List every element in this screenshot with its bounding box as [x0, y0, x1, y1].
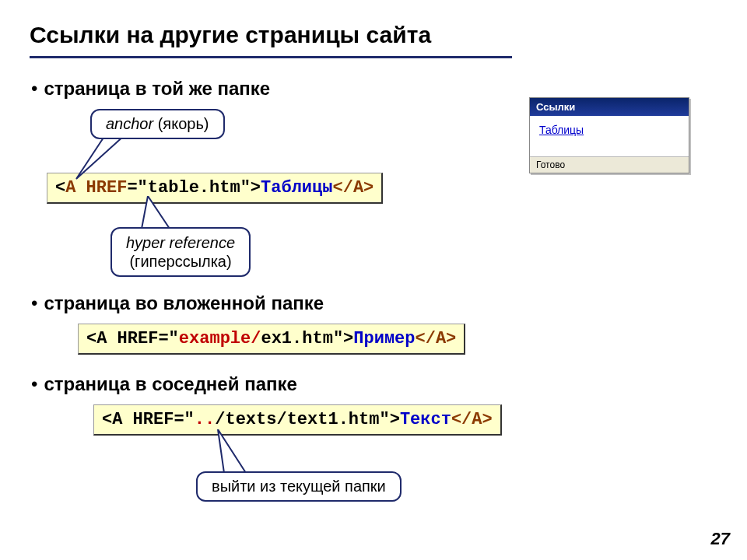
bullet-subfolder: страница во вложенной папке — [31, 292, 324, 314]
code-example-2: <A HREF="example/ex1.htm">Пример</A> — [78, 324, 465, 355]
callout-href-pointer — [131, 196, 193, 230]
callout-href-term: hyper reference — [126, 233, 235, 252]
callout-anchor-term: anchor — [106, 115, 153, 132]
bullet-sibling-folder: страница в соседней папке — [31, 373, 297, 395]
page-title: Ссылки на другие страницы сайта — [30, 22, 431, 48]
callout-href: hyper reference (гиперссылка) — [110, 227, 251, 277]
callout-updir-text: выйти из текущей папки — [212, 478, 386, 495]
svg-marker-1 — [142, 196, 170, 229]
window-statusbar: Готово — [530, 156, 689, 173]
bullet-same-folder: страница в той же папке — [31, 78, 270, 100]
window-titlebar: Ссылки — [530, 98, 689, 116]
svg-marker-2 — [218, 429, 246, 473]
window-link-tables[interactable]: Таблицы — [539, 124, 584, 136]
callout-updir: выйти из текущей папки — [196, 471, 402, 502]
callout-anchor: anchor (якорь) — [90, 109, 225, 139]
callout-anchor-pointer — [62, 134, 140, 188]
svg-marker-0 — [76, 135, 124, 179]
callout-anchor-ru: (якорь) — [153, 115, 209, 132]
callout-updir-pointer — [209, 429, 263, 476]
browser-window: Ссылки Таблицы Готово — [529, 97, 689, 173]
title-underline — [30, 56, 512, 58]
code-example-3: <A HREF="../texts/text1.htm">Текст</A> — [93, 404, 502, 436]
callout-href-ru: (гиперссылка) — [126, 252, 235, 271]
window-body: Таблицы — [530, 116, 689, 156]
page-number: 27 — [711, 529, 730, 549]
